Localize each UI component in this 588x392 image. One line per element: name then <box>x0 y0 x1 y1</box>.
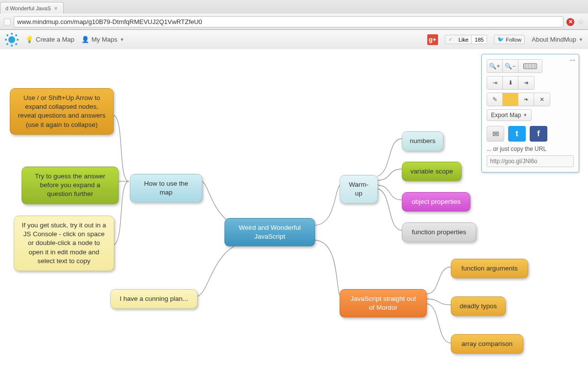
address-bar-row: ✕ ☆ <box>0 14 588 29</box>
tab-row: d Wonderful JavaS × <box>0 0 588 14</box>
copy-url-hint: ... or just copy the URL <box>487 146 574 152</box>
node-label: variable scope <box>410 168 453 175</box>
node-mordor-array-comparison[interactable]: array comparison <box>451 334 523 354</box>
node-warmup[interactable]: Warm-up <box>340 175 378 203</box>
edit-button[interactable]: ✎ <box>487 93 503 106</box>
tab-title: d Wonderful JavaS <box>5 5 51 11</box>
address-input[interactable] <box>14 16 564 27</box>
about-dropdown[interactable]: About MindMup ▼ <box>532 36 583 43</box>
page-icon <box>4 19 11 25</box>
node-label: Try to guess the answer before you expan… <box>35 172 105 197</box>
node-howto-3[interactable]: If you get stuck, try it out in a JS Con… <box>14 216 114 271</box>
arrow-right-icon: ⇥ <box>492 79 497 86</box>
node-label: object properties <box>412 198 461 205</box>
node-label: array comparison <box>462 340 513 347</box>
like-label: Like <box>456 36 471 44</box>
pencil-icon: ✎ <box>492 96 497 103</box>
follow-label: Follow <box>506 37 521 43</box>
node-warmup-numbers[interactable]: numbers <box>402 131 443 151</box>
node-howto-1[interactable]: Use / or Shift+Up Arrow to expand collap… <box>10 88 114 135</box>
node-howto-4[interactable]: I have a cunning plan... <box>110 289 197 309</box>
stop-icon[interactable]: ✕ <box>566 18 574 26</box>
node-label: Weird and Wonderful JavaScript <box>239 224 300 240</box>
node-mordor-deadly-typos[interactable]: deadly typos <box>451 296 506 316</box>
node-label: I have a cunning plan... <box>120 295 188 302</box>
node-root[interactable]: Weird and Wonderful JavaScript <box>224 218 315 246</box>
keyboard-icon <box>523 63 537 69</box>
bookmark-star-icon[interactable]: ☆ <box>577 17 584 26</box>
export-map-label: Export Map <box>491 112 521 119</box>
create-map-label: Create a Map <box>36 36 74 43</box>
node-warmup-variable-scope[interactable]: variable scope <box>402 162 462 181</box>
node-label: Use / or Shift+Up Arrow to expand collap… <box>18 94 106 128</box>
browser-chrome: d Wonderful JavaS × ✕ ☆ <box>0 0 588 30</box>
facebook-icon: f <box>537 129 539 138</box>
zoom-in-icon: 🔍+ <box>489 63 500 70</box>
node-label: JavaScript straight out of Mordor <box>350 295 416 311</box>
share-facebook-button[interactable]: f <box>530 126 547 142</box>
zoom-out-button[interactable]: 🔍− <box>503 60 518 73</box>
node-label: numbers <box>410 137 436 145</box>
my-maps-dropdown[interactable]: 👤 My Maps ▼ <box>81 36 124 43</box>
like-check-icon: ✓ <box>445 35 456 44</box>
twitter-icon: t <box>515 129 518 138</box>
node-howto-2[interactable]: Try to guess the answer before you expan… <box>22 167 119 204</box>
chevron-down-icon: ▼ <box>579 37 583 42</box>
chevron-down-icon: ▼ <box>523 113 527 118</box>
twitter-follow-button[interactable]: 🐦 Follow <box>494 35 525 44</box>
like-count: 185 <box>471 36 487 44</box>
twitter-bird-icon: 🐦 <box>497 36 504 43</box>
login-button[interactable]: ➜ <box>518 76 534 89</box>
node-howto[interactable]: How to use the map <box>130 174 202 202</box>
browser-tab[interactable]: d Wonderful JavaS × <box>0 2 64 14</box>
chevron-down-icon: ▼ <box>120 37 124 42</box>
node-label: function properties <box>412 228 466 236</box>
about-label: About MindMup <box>532 36 576 43</box>
zoom-in-button[interactable]: 🔍+ <box>487 60 503 73</box>
lightbulb-icon: 💡 <box>25 36 33 43</box>
node-label: function arguments <box>462 265 518 272</box>
node-mordor[interactable]: JavaScript straight out of Mordor <box>340 289 427 318</box>
app-toolbar: 💡 Create a Map 👤 My Maps ▼ g+ ✓ Like 185… <box>0 30 588 49</box>
node-label: If you get stuck, try it out in a JS Con… <box>22 221 106 265</box>
tab-close-icon[interactable]: × <box>54 6 58 11</box>
keyboard-button[interactable] <box>518 60 542 73</box>
node-label: deadly typos <box>460 302 497 310</box>
my-maps-label: My Maps <box>92 36 118 43</box>
create-map-link[interactable]: 💡 Create a Map <box>25 36 74 43</box>
delete-button[interactable]: ✕ <box>534 93 550 106</box>
download-button[interactable]: ⬇ <box>503 76 518 89</box>
style-button[interactable]: ❧ <box>518 93 534 106</box>
like-widget[interactable]: ✓ Like 185 <box>445 35 488 44</box>
export-map-dropdown[interactable]: Export Map ▼ <box>487 109 532 121</box>
node-warmup-object-properties[interactable]: object properties <box>402 192 470 212</box>
envelope-icon: ✉ <box>492 129 499 139</box>
color-swatch-button[interactable] <box>503 93 518 106</box>
share-email-button[interactable]: ✉ <box>487 126 504 142</box>
google-plus-button[interactable]: g+ <box>427 34 438 45</box>
zoom-out-icon: 🔍− <box>505 63 515 70</box>
export-out-button[interactable]: ⇥ <box>487 76 503 89</box>
share-twitter-button[interactable]: t <box>508 126 526 142</box>
node-mordor-function-arguments[interactable]: function arguments <box>451 259 528 278</box>
node-warmup-function-properties[interactable]: function properties <box>402 222 476 242</box>
close-icon: ✕ <box>539 96 544 103</box>
node-label: Warm-up <box>349 181 368 197</box>
side-panel: ⤢ 🔍+ 🔍− ⇥ ⬇ ➜ ✎ ❧ ✕ Export Map ▼ ✉ t f .… <box>481 54 579 172</box>
leaf-icon: ❧ <box>524 96 529 103</box>
node-label: How to use the map <box>144 180 188 196</box>
download-icon: ⬇ <box>508 79 513 86</box>
mindmup-logo[interactable] <box>5 33 19 47</box>
share-url-input[interactable] <box>487 155 574 167</box>
login-icon: ➜ <box>524 79 529 86</box>
person-icon: 👤 <box>81 36 89 43</box>
